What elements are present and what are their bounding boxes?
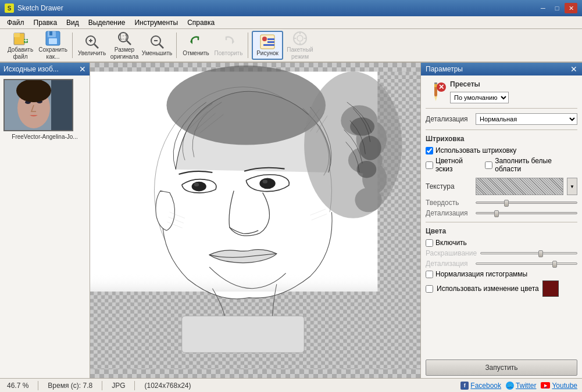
save-as-button[interactable]: Сохранить как... <box>37 31 69 60</box>
minimize-button[interactable]: ─ <box>537 3 549 13</box>
color-change-label: Использовать изменение цвета <box>437 285 539 293</box>
fill-white-checkbox[interactable] <box>485 161 492 169</box>
left-panel: Исходные изоб... ✕ <box>0 63 90 378</box>
hardness-slider[interactable] <box>476 202 577 204</box>
main-area: Исходные изоб... ✕ <box>0 63 582 378</box>
svg-line-11 <box>94 44 98 48</box>
redo-icon <box>220 34 237 50</box>
svg-point-41 <box>192 182 206 192</box>
colorize-thumb[interactable] <box>538 250 543 257</box>
texture-dropdown[interactable]: ▼ <box>567 178 577 195</box>
divider-3 <box>426 222 577 222</box>
save-as-label: Сохранить как... <box>38 46 67 60</box>
toolbar: + Добавить файл Сохранить как... Ув <box>0 29 582 63</box>
menu-edit[interactable]: Правка <box>29 17 62 28</box>
svg-point-58 <box>166 66 325 145</box>
svg-point-65 <box>350 117 374 136</box>
add-file-icon: + <box>12 30 28 46</box>
left-panel-header: Исходные изоб... ✕ <box>0 63 90 75</box>
normalize-label: Нормализация гистограммы <box>435 270 527 278</box>
thumbnail-preview <box>5 80 72 130</box>
undo-button[interactable]: Отменить <box>180 31 212 60</box>
separator-3 <box>248 33 248 58</box>
presets-select[interactable]: По умолчанию <box>450 92 509 103</box>
texture-preview[interactable] <box>476 178 563 195</box>
use-hatching-label: Использовать штриховку <box>435 146 516 154</box>
redo-label: Повторить <box>215 50 243 57</box>
save-icon <box>45 30 61 46</box>
color-sketch-checkbox[interactable] <box>426 161 433 169</box>
colorize-slider[interactable] <box>480 252 577 254</box>
texture-label: Текстура <box>426 182 472 190</box>
zoom-in-label: Увеличить <box>78 50 106 57</box>
right-panel-header: Параметры ✕ <box>421 63 582 75</box>
status-sep-3 <box>134 381 135 390</box>
thumbnail-label: FreeVector-Angelina-Jo... <box>3 134 86 140</box>
hatching-detail-row: Детализация <box>426 209 577 217</box>
left-panel-close[interactable]: ✕ <box>79 65 86 73</box>
detail-top-select[interactable]: Нормальная <box>476 113 577 125</box>
menu-view[interactable]: Вид <box>62 17 84 28</box>
time-status: Время (с): 7.8 <box>45 382 95 390</box>
thumbnail-image[interactable] <box>3 79 73 131</box>
colors-detail-row: Детализация <box>426 260 577 268</box>
colors-detail-thumb[interactable] <box>552 261 557 268</box>
menu-help[interactable]: Справка <box>183 17 219 28</box>
facebook-link[interactable]: f Facebook <box>460 382 501 390</box>
colors-title: Цвета <box>426 227 577 235</box>
twitter-label: Twitter <box>516 382 536 390</box>
use-hatching-row: Использовать штриховку <box>426 146 577 154</box>
close-button[interactable]: ✕ <box>565 3 577 13</box>
zoom-out-button[interactable]: Уменьшить <box>141 31 173 60</box>
presets-section: Пресеты По умолчанию <box>450 80 577 103</box>
use-hatching-checkbox[interactable] <box>426 147 433 154</box>
status-bar: 46.7 % Время (с): 7.8 JPG (1024x768x24) … <box>0 378 582 392</box>
run-button[interactable]: Запустить <box>426 359 577 376</box>
undo-icon <box>188 34 204 50</box>
menu-tools[interactable]: Инструменты <box>130 17 183 28</box>
original-size-button[interactable]: 1:1 Размер оригинала <box>109 31 140 60</box>
status-sep-1 <box>38 381 38 390</box>
preset-icon: ✕ <box>426 81 447 102</box>
add-file-button[interactable]: + Добавить файл <box>5 31 36 60</box>
maximize-button[interactable]: □ <box>551 3 563 13</box>
svg-point-43 <box>259 178 275 189</box>
youtube-link[interactable]: ▶ Youtube <box>541 382 577 390</box>
zoom-out-label: Уменьшить <box>142 50 172 57</box>
redo-button[interactable]: Повторить <box>213 31 244 60</box>
zoom-in-button[interactable]: Увеличить <box>76 31 108 60</box>
colors-section: Цвета Включить Раскрашивание Детализация <box>426 227 577 297</box>
normalize-checkbox[interactable] <box>426 271 433 278</box>
hatching-detail-slider[interactable] <box>476 212 577 214</box>
color-swatch[interactable] <box>542 280 559 297</box>
menu-file[interactable]: Файл <box>2 17 29 28</box>
colors-detail-slider[interactable] <box>476 262 577 265</box>
svg-text:1:1: 1:1 <box>119 33 128 41</box>
hatching-detail-thumb[interactable] <box>494 210 499 217</box>
batch-button[interactable]: Пакетный режим <box>284 31 316 60</box>
window-controls[interactable]: ─ □ ✕ <box>537 3 577 13</box>
svg-point-42 <box>194 183 199 186</box>
batch-icon <box>292 30 308 46</box>
sketch-canvas <box>90 63 420 378</box>
colors-enable-checkbox[interactable] <box>426 239 433 247</box>
facebook-label: Facebook <box>470 382 501 390</box>
drawing-icon <box>259 34 276 50</box>
texture-row: Текстура ▼ <box>426 178 577 195</box>
svg-rect-7 <box>49 31 52 35</box>
right-panel-close[interactable]: ✕ <box>570 65 577 73</box>
zoom-in-icon <box>84 34 100 50</box>
zoom-out-icon <box>149 34 165 50</box>
menu-selection[interactable]: Выделение <box>84 17 130 28</box>
normalize-row: Нормализация гистограммы <box>426 270 577 278</box>
left-panel-title: Исходные изоб... <box>3 65 59 73</box>
color-change-checkbox[interactable] <box>426 285 433 293</box>
twitter-link[interactable]: 🐦 Twitter <box>506 382 536 390</box>
window-title: Sketch Drawer <box>17 4 63 12</box>
drawing-button[interactable]: Рисунок <box>252 31 283 60</box>
canvas-area[interactable] <box>90 63 420 378</box>
hardness-thumb[interactable] <box>504 200 509 207</box>
undo-label: Отменить <box>183 50 209 57</box>
detail-top-row: Детализация Нормальная <box>426 113 577 125</box>
zoom-status: 46.7 % <box>5 382 31 390</box>
